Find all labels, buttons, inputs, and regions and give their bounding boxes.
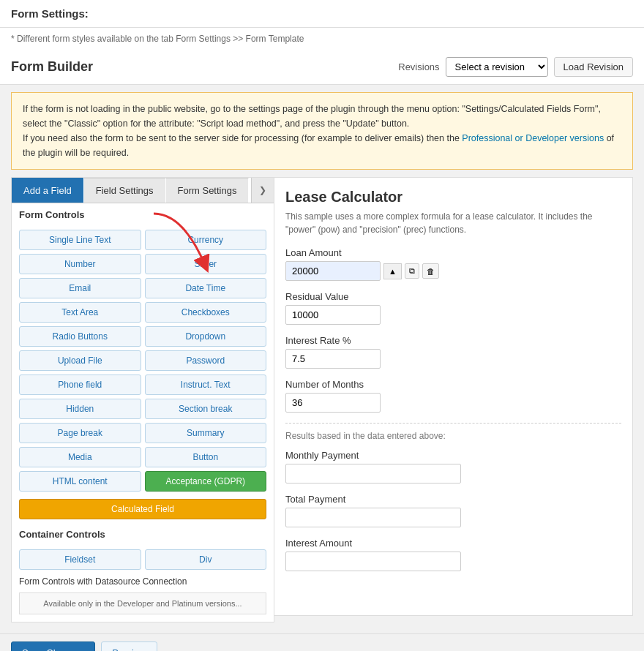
warning-box: If the form is not loading in the public… xyxy=(11,92,633,170)
calculated-field-wrapper: Calculated Field xyxy=(12,495,274,523)
warning-text2: If you need also the form to be sent to … xyxy=(23,133,462,143)
copy-del-icons-loan: ⧉ 🗑 xyxy=(405,263,439,279)
tab-form-settings[interactable]: Form Settings xyxy=(166,178,250,203)
ctrl-password[interactable]: Password xyxy=(145,350,267,371)
label-monthly-payment: Monthly Payment xyxy=(285,450,621,461)
field-total-payment: Total Payment xyxy=(285,494,621,527)
input-total-payment[interactable] xyxy=(285,508,461,527)
ctrl-number[interactable]: Number xyxy=(19,254,141,274)
datasource-title: Form Controls with Datasource Connection xyxy=(12,573,274,592)
label-total-payment: Total Payment xyxy=(285,494,621,505)
tabs-row: Add a Field Field Settings Form Settings… xyxy=(12,178,274,203)
label-residual-value: Residual Value xyxy=(285,291,621,302)
warning-link[interactable]: Professional or Developer versions xyxy=(462,133,604,143)
main-content: Add a Field Field Settings Form Settings… xyxy=(0,177,644,633)
label-loan-amount: Loan Amount xyxy=(285,247,621,258)
ctrl-hidden[interactable]: Hidden xyxy=(19,399,141,419)
field-interest-rate: Interest Rate % xyxy=(285,335,621,369)
calculator-desc: This sample uses a more complex formula … xyxy=(285,210,621,236)
ctrl-checkboxes[interactable]: Checkboxes xyxy=(145,302,267,323)
ctrl-email[interactable]: Email xyxy=(19,278,141,298)
revisions-label: Revisions xyxy=(398,61,439,72)
ctrl-page-break[interactable]: Page break xyxy=(19,423,141,443)
ctrl-currency[interactable]: Currency xyxy=(145,230,267,250)
ctrl-button[interactable]: Button xyxy=(145,447,267,467)
warning-text1: If the form is not loading in the public… xyxy=(23,104,601,129)
input-residual-value[interactable] xyxy=(285,305,381,325)
input-num-months[interactable] xyxy=(285,393,381,413)
ctrl-html-content[interactable]: HTML content xyxy=(19,471,141,492)
ctrl-acceptance-gdpr[interactable]: Acceptance (GDPR) xyxy=(145,471,267,492)
field-monthly-payment: Monthly Payment xyxy=(285,450,621,483)
notice-text: * Different form styles available on the… xyxy=(0,28,644,50)
ctrl-media[interactable]: Media xyxy=(19,447,141,467)
field-loan-amount: Loan Amount ▲ ⧉ 🗑 xyxy=(285,247,621,281)
ctrl-upload-file[interactable]: Upload File xyxy=(19,350,141,371)
preview-button[interactable]: Preview xyxy=(101,641,157,651)
form-builder-header: Form Builder Revisions Select a revision… xyxy=(0,50,644,85)
spin-button-loan[interactable]: ▲ xyxy=(383,263,402,279)
footer-bar: Save Changes Preview xyxy=(0,633,644,651)
tab-add-field[interactable]: Add a Field xyxy=(12,178,84,203)
label-num-months: Number of Months xyxy=(285,379,621,390)
ctrl-text-area[interactable]: Text Area xyxy=(19,302,141,323)
revision-select[interactable]: Select a revision xyxy=(446,57,548,77)
divider xyxy=(285,423,621,424)
form-settings-title: Form Settings: xyxy=(11,7,89,20)
load-revision-button[interactable]: Load Revision xyxy=(554,57,633,77)
ctrl-single-line-text[interactable]: Single Line Text xyxy=(19,230,141,250)
ctrl-div[interactable]: Div xyxy=(145,549,267,570)
form-controls-title: Form Controls xyxy=(12,203,274,226)
copy-icon-loan[interactable]: ⧉ xyxy=(405,263,419,279)
input-loan-amount[interactable] xyxy=(285,261,381,281)
ctrl-radio-buttons[interactable]: Radio Buttons xyxy=(19,326,141,347)
delete-icon-loan[interactable]: 🗑 xyxy=(422,263,439,279)
ctrl-calculated-field[interactable]: Calculated Field xyxy=(19,499,266,519)
ctrl-dropdown[interactable]: Dropdown xyxy=(145,326,267,347)
ctrl-slider[interactable]: Slider xyxy=(145,254,267,274)
revisions-area: Revisions Select a revision Load Revisio… xyxy=(398,57,633,77)
right-panel: Lease Calculator This sample uses a more… xyxy=(274,177,633,616)
input-monthly-payment[interactable] xyxy=(285,464,461,483)
ctrl-fieldset[interactable]: Fieldset xyxy=(19,549,141,570)
ctrl-summary[interactable]: Summary xyxy=(145,423,267,443)
field-interest-amount: Interest Amount xyxy=(285,538,621,571)
available-only-box: Available only in the Developer and Plat… xyxy=(19,592,266,614)
controls-grid: Single Line Text Currency Number Slider … xyxy=(12,226,274,495)
ctrl-phone-field[interactable]: Phone field xyxy=(19,375,141,395)
form-builder-title: Form Builder xyxy=(11,59,93,75)
left-panel: Add a Field Field Settings Form Settings… xyxy=(11,177,274,622)
results-label: Results based in the data entered above: xyxy=(285,431,621,441)
label-interest-amount: Interest Amount xyxy=(285,538,621,549)
ctrl-date-time[interactable]: Date Time xyxy=(145,278,267,298)
tab-field-settings[interactable]: Field Settings xyxy=(84,178,166,203)
field-num-months: Number of Months xyxy=(285,379,621,413)
ctrl-instruct-text[interactable]: Instruct. Text xyxy=(145,375,267,395)
tab-more-button[interactable]: ❯ xyxy=(251,178,274,203)
loan-amount-row: ▲ ⧉ 🗑 xyxy=(285,261,621,281)
save-changes-button[interactable]: Save Changes xyxy=(11,641,95,651)
input-interest-amount[interactable] xyxy=(285,552,461,571)
ctrl-section-break[interactable]: Section break xyxy=(145,399,267,419)
page-wrapper: Form Settings: * Different form styles a… xyxy=(0,0,644,651)
form-settings-header: Form Settings: xyxy=(0,0,644,28)
container-controls-title: Container Controls xyxy=(12,523,274,546)
calculator-title: Lease Calculator xyxy=(285,189,621,206)
input-interest-rate[interactable] xyxy=(285,349,381,369)
field-residual-value: Residual Value xyxy=(285,291,621,325)
label-interest-rate: Interest Rate % xyxy=(285,335,621,346)
container-controls-grid: Fieldset Div xyxy=(12,546,274,573)
